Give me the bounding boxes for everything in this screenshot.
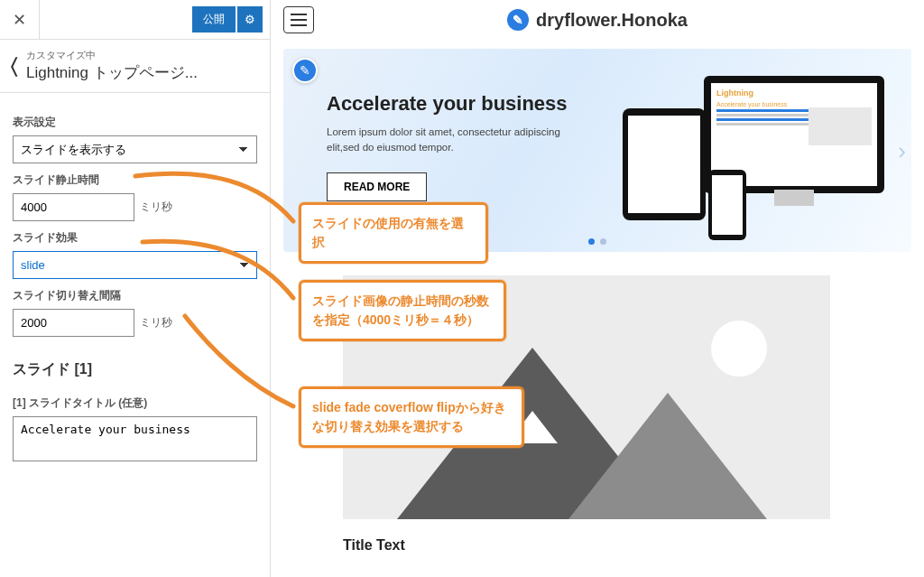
controls-panel: 表示設定 スライドを表示する スライド静止時間 ミリ秒 スライド効果 slide… bbox=[0, 93, 270, 577]
slide-title-input[interactable]: Accelerate your business bbox=[13, 416, 257, 461]
hero-readmore-button[interactable]: READ MORE bbox=[327, 172, 427, 201]
sidebar-subheading: カスタマイズ中 bbox=[26, 49, 198, 62]
preview-topbar: ✎ dryflower.Honoka bbox=[271, 0, 924, 40]
annotation-1: スライドの使用の有無を選択 bbox=[299, 202, 488, 264]
hero-devices-graphic: Lightning Accelerate your business bbox=[614, 76, 884, 238]
hero-body: Lorem ipsum dolor sit amet, consectetur … bbox=[327, 125, 579, 156]
dot-1[interactable] bbox=[588, 238, 595, 245]
interval-input[interactable] bbox=[13, 309, 134, 337]
display-setting-select[interactable]: スライドを表示する bbox=[13, 135, 257, 163]
hero-dots bbox=[588, 238, 606, 245]
sidebar-title: Lightning トップページ... bbox=[26, 62, 198, 83]
pause-unit: ミリ秒 bbox=[140, 200, 172, 215]
pause-label: スライド静止時間 bbox=[13, 172, 257, 188]
slide-title-label: [1] スライドタイトル (任意) bbox=[13, 396, 257, 411]
back-button[interactable]: 〈 bbox=[11, 54, 17, 78]
sidebar-topbar: ✕ 公開 ⚙ bbox=[0, 0, 270, 40]
brand: ✎ dryflower.Honoka bbox=[507, 9, 688, 31]
display-setting-label: 表示設定 bbox=[13, 115, 257, 130]
brand-text: dryflower.Honoka bbox=[536, 10, 688, 31]
annotation-2: スライド画像の静止時間の秒数を指定（4000ミリ秒＝４秒） bbox=[299, 280, 506, 341]
slide-section-title: スライド [1] bbox=[13, 360, 257, 379]
close-button[interactable]: ✕ bbox=[0, 0, 40, 40]
gear-icon: ⚙ bbox=[245, 13, 255, 26]
gear-button[interactable]: ⚙ bbox=[237, 6, 263, 33]
edit-badge[interactable]: ✎ bbox=[292, 58, 318, 83]
effect-label: スライド効果 bbox=[13, 230, 257, 246]
effect-select[interactable]: slide bbox=[13, 251, 257, 279]
dot-2[interactable] bbox=[600, 238, 606, 245]
annotation-3: slide fade coverflow flipから好きな切り替え効果を選択す… bbox=[299, 386, 524, 448]
publish-button[interactable]: 公開 bbox=[192, 6, 236, 33]
monitor-sub: Accelerate your business bbox=[716, 101, 872, 107]
sidebar-header: 〈 カスタマイズ中 Lightning トップページ... bbox=[0, 40, 270, 93]
hero-title: Accelerate your business bbox=[327, 92, 579, 116]
brand-icon: ✎ bbox=[507, 9, 529, 31]
content-title: Title Text bbox=[343, 537, 911, 554]
hamburger-button[interactable] bbox=[283, 6, 314, 33]
customizer-sidebar: ✕ 公開 ⚙ 〈 カスタマイズ中 Lightning トップページ... 表示設… bbox=[0, 0, 271, 577]
hero-next-arrow[interactable]: › bbox=[898, 136, 906, 164]
interval-unit: ミリ秒 bbox=[140, 315, 172, 330]
pause-input[interactable] bbox=[13, 193, 134, 221]
monitor-logo: Lightning bbox=[716, 88, 872, 98]
interval-label: スライド切り替え間隔 bbox=[13, 288, 257, 303]
